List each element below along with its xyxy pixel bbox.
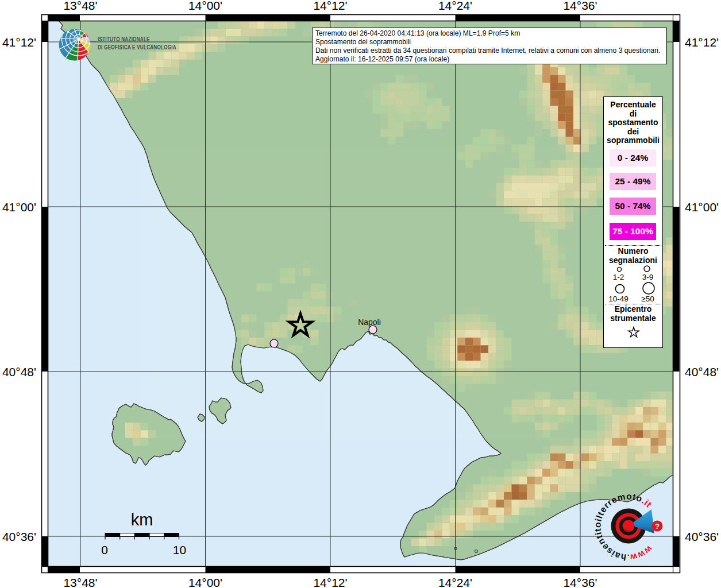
svg-text:km: km <box>131 510 153 529</box>
svg-text:DI GEOFISICA E VULCANOLOGIA: DI GEOFISICA E VULCANOLOGIA <box>98 44 176 51</box>
svg-text:Napoli: Napoli <box>358 318 381 327</box>
svg-text:ISTITUTO NAZIONALE: ISTITUTO NAZIONALE <box>98 36 150 43</box>
svg-text:10: 10 <box>173 543 186 556</box>
svg-text:?: ? <box>655 522 660 531</box>
svg-text:0: 0 <box>101 543 108 556</box>
